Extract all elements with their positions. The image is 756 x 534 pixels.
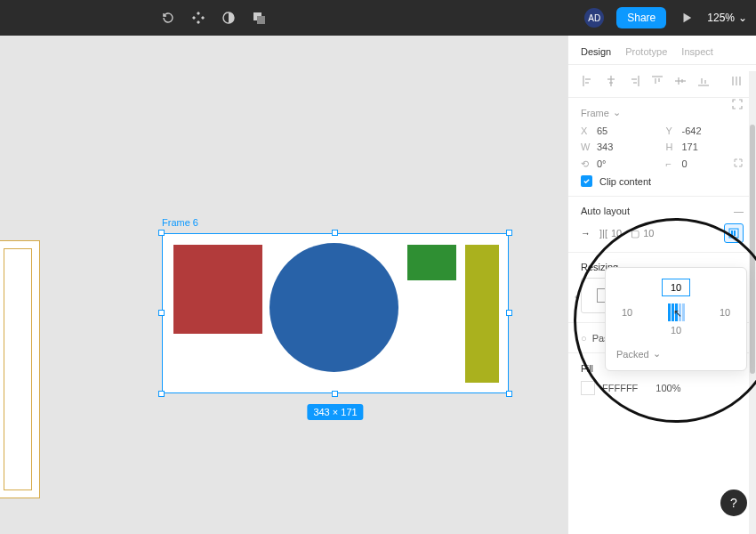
resize-handle[interactable]	[506, 230, 512, 236]
w-field[interactable]: W343	[581, 142, 659, 152]
direction-horizontal-icon[interactable]: →	[581, 228, 591, 239]
fill-swatch[interactable]	[581, 381, 595, 395]
align-hcenter-icon[interactable]	[604, 74, 618, 88]
resize-handle[interactable]	[332, 391, 338, 397]
gap-icon: ]|[	[599, 228, 607, 239]
autolayout-section-title: Auto layout	[581, 206, 630, 216]
resize-to-fit-icon[interactable]	[731, 98, 744, 112]
components-icon[interactable]	[190, 10, 206, 26]
scrollbar-thumb[interactable]	[750, 125, 755, 374]
canvas[interactable]: Frame 6 343 × 171	[0, 36, 567, 534]
share-button[interactable]: Share	[616, 7, 666, 28]
chevron-down-icon: ⌄	[653, 348, 661, 360]
frame-label[interactable]: Frame 6	[162, 217, 198, 228]
resize-handle[interactable]	[158, 230, 165, 236]
chevron-down-icon: ⌄	[613, 107, 621, 118]
help-button[interactable]: ?	[720, 490, 747, 516]
shape-rectangle-red[interactable]	[173, 245, 262, 334]
avatar[interactable]: AD	[584, 8, 604, 28]
mask-icon[interactable]	[221, 10, 237, 26]
other-frame[interactable]	[0, 240, 40, 498]
reset-icon[interactable]	[160, 10, 176, 26]
spacing-mode[interactable]: Packed⌄	[616, 348, 736, 360]
resize-handle[interactable]	[158, 391, 165, 397]
clip-content-label: Clip content	[599, 176, 651, 187]
alignment-padding-button[interactable]	[724, 223, 744, 243]
align-bottom-icon[interactable]	[696, 74, 711, 88]
padding-right-input[interactable]: 10	[720, 307, 730, 318]
tab-prototype[interactable]: Prototype	[625, 46, 667, 57]
fill-hex[interactable]: FFFFFF	[602, 383, 638, 393]
zoom-control[interactable]: 125% ⌄	[707, 12, 747, 24]
alignment-padding-popover: 10 10 ↖ 10 10 Packed⌄	[605, 267, 747, 371]
present-icon[interactable]	[679, 10, 695, 26]
radius-field[interactable]: ⌐0	[666, 158, 744, 170]
align-top-icon[interactable]	[650, 74, 664, 88]
resize-handle[interactable]	[506, 310, 512, 316]
rotation-field[interactable]: ⟲0°	[581, 158, 659, 170]
frame-box[interactable]	[162, 233, 509, 393]
size-badge: 343 × 171	[307, 404, 363, 420]
clip-content-checkbox[interactable]	[581, 175, 592, 187]
y-field[interactable]: Y-642	[666, 125, 744, 136]
alignment-row	[568, 65, 756, 98]
chevron-left-icon: ‹	[575, 291, 578, 302]
scrollbar-track[interactable]	[749, 71, 756, 534]
align-vcenter-icon[interactable]	[673, 74, 688, 88]
shape-rectangle-olive[interactable]	[465, 245, 499, 383]
svg-rect-25	[731, 231, 733, 236]
boolean-icon[interactable]	[251, 10, 267, 26]
padding-top-input[interactable]: 10	[662, 279, 690, 296]
cursor-icon: ↖	[673, 307, 682, 320]
shape-circle-blue[interactable]	[269, 243, 398, 372]
padding-left-input[interactable]: 10	[622, 307, 632, 318]
fill-section-title: Fill	[581, 363, 593, 374]
remove-autolayout-icon[interactable]: —	[734, 206, 744, 216]
svg-rect-26	[734, 231, 736, 236]
tab-design[interactable]: Design	[581, 46, 611, 57]
padding-bottom-input[interactable]: 10	[671, 325, 681, 336]
zoom-value: 125%	[707, 12, 735, 24]
shape-rectangle-green[interactable]	[407, 245, 456, 280]
align-left-icon[interactable]	[581, 74, 595, 88]
x-field[interactable]: X65	[581, 125, 659, 136]
top-toolbar: AD Share 125% ⌄	[0, 0, 756, 36]
gap-field[interactable]: ]|[10	[599, 228, 622, 239]
h-field[interactable]: H171	[666, 142, 744, 152]
frame-section-title[interactable]: Frame⌄	[581, 107, 621, 118]
tab-inspect[interactable]: Inspect	[681, 46, 712, 57]
svg-rect-2	[257, 16, 265, 24]
fill-opacity[interactable]: 100%	[655, 383, 680, 393]
padding-icon: ▢	[631, 228, 639, 239]
tidy-up-icon[interactable]	[729, 74, 744, 88]
padding-field[interactable]: ▢10	[631, 228, 654, 239]
independent-corners-icon[interactable]	[733, 158, 744, 170]
align-right-icon[interactable]	[627, 74, 641, 88]
blend-mode-icon[interactable]: ○	[581, 333, 587, 344]
resize-handle[interactable]	[332, 230, 338, 236]
resize-handle[interactable]	[506, 391, 512, 397]
chevron-down-icon: ⌄	[738, 12, 747, 24]
selected-frame[interactable]: Frame 6 343 × 171	[162, 233, 509, 393]
alignment-grid[interactable]: ↖	[668, 303, 685, 321]
resize-handle[interactable]	[158, 310, 165, 316]
